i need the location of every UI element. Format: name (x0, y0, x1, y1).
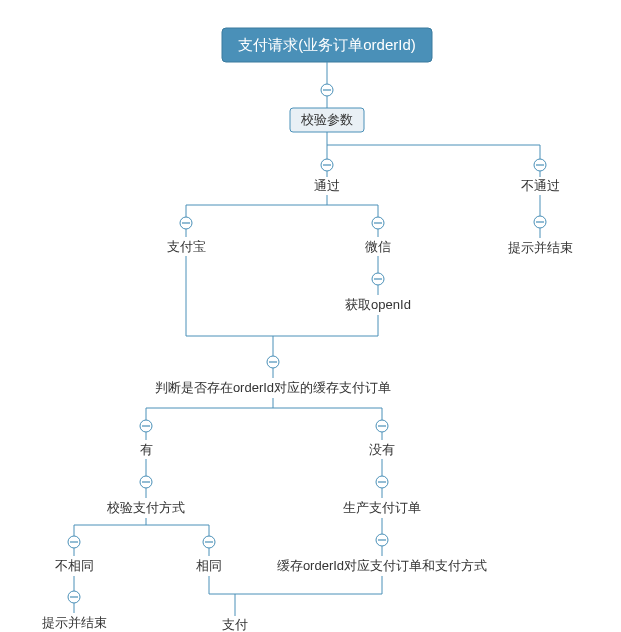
wechat-label: 微信 (365, 239, 391, 254)
toggle-icon[interactable] (534, 216, 546, 228)
toggle-icon[interactable] (372, 217, 384, 229)
alipay-label: 支付宝 (167, 239, 206, 254)
flow-diagram: 支付请求(业务订单orderId) 校验参数 通过 不通过 提示并结束 (0, 0, 621, 632)
toggle-icon[interactable] (140, 420, 152, 432)
toggle-icon[interactable] (376, 534, 388, 546)
toggle-icon[interactable] (203, 536, 215, 548)
toggle-icon[interactable] (376, 420, 388, 432)
validate-label: 校验参数 (300, 112, 353, 127)
none-label: 没有 (369, 442, 395, 457)
validate-method-label: 校验支付方式 (106, 500, 185, 515)
has-label: 有 (140, 442, 153, 457)
pay-label: 支付 (222, 617, 248, 632)
toggle-icon[interactable] (68, 591, 80, 603)
same-label: 相同 (196, 558, 222, 573)
toggle-icon[interactable] (376, 476, 388, 488)
gen-order-label: 生产支付订单 (343, 500, 421, 515)
diff-end-label: 提示并结束 (42, 615, 107, 630)
toggle-icon[interactable] (321, 159, 333, 171)
toggle-icon[interactable] (140, 476, 152, 488)
diff-label: 不相同 (55, 558, 94, 573)
toggle-icon[interactable] (372, 273, 384, 285)
pass-label: 通过 (314, 178, 340, 193)
toggle-icon[interactable] (180, 217, 192, 229)
check-cache-label: 判断是否存在orderId对应的缓存支付订单 (155, 380, 391, 395)
toggle-icon[interactable] (267, 356, 279, 368)
fail-label: 不通过 (521, 178, 560, 193)
cache-store-label: 缓存orderId对应支付订单和支付方式 (277, 558, 487, 573)
toggle-icon[interactable] (534, 159, 546, 171)
openid-label: 获取openId (345, 297, 411, 312)
toggle-icon[interactable] (321, 84, 333, 96)
root-label: 支付请求(业务订单orderId) (238, 36, 416, 53)
fail-end-label: 提示并结束 (508, 240, 573, 255)
toggle-icon[interactable] (68, 536, 80, 548)
